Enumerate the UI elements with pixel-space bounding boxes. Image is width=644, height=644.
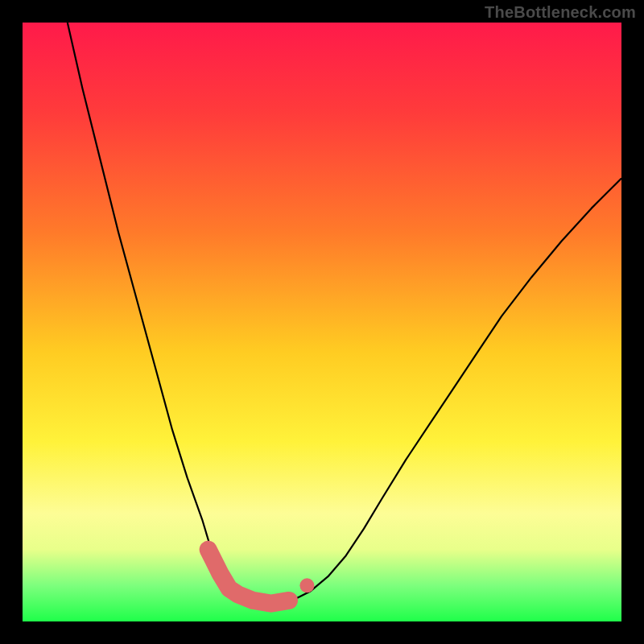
watermark-text: TheBottleneck.com (485, 3, 636, 22)
plot-area (23, 23, 621, 621)
highlight-segment (208, 550, 289, 604)
highlight-dot (299, 578, 314, 592)
chart-svg (23, 23, 621, 621)
curve-line (68, 23, 621, 604)
chart-frame: TheBottleneck.com (0, 0, 644, 644)
